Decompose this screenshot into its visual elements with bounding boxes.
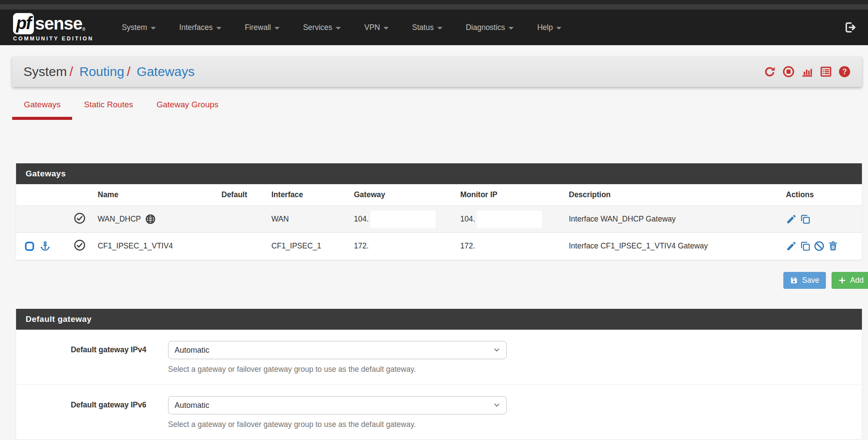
- gateway-interface: CF1_IPSEC_1: [263, 233, 345, 260]
- gateway-interface: WAN: [263, 206, 345, 233]
- col-status: [65, 184, 89, 206]
- globe-icon: [145, 214, 156, 225]
- default-gateway-ipv6-select[interactable]: Automatic: [168, 396, 507, 414]
- col-description: Description: [560, 184, 777, 206]
- window-title-strip: [0, 4, 868, 10]
- refresh-icon[interactable]: [764, 66, 776, 78]
- breadcrumb-system: System: [23, 64, 67, 79]
- gateway-description: Interface CF1_IPSEC_1_VTIV4 Gateway: [560, 233, 777, 260]
- chevron-down-icon: [383, 27, 389, 30]
- svg-text:?: ?: [842, 67, 847, 76]
- gateway-description: Interface WAN_DHCP Gateway: [560, 206, 777, 233]
- menu-firewall[interactable]: Firewall: [233, 23, 291, 32]
- default-gateway-panel-title: Default gateway: [16, 309, 862, 330]
- bar-chart-icon[interactable]: [801, 66, 813, 78]
- menu-services[interactable]: Services: [291, 23, 353, 32]
- menu-interfaces-label: Interfaces: [179, 23, 213, 32]
- menu-help-label: Help: [537, 23, 553, 32]
- breadcrumb-separator: /: [67, 64, 76, 79]
- brand-mark: pf: [16, 13, 31, 33]
- stop-circle-icon[interactable]: [782, 66, 795, 78]
- gateways-table: Name Default Interface Gateway Monitor I…: [16, 184, 862, 260]
- tab-static-routes[interactable]: Static Routes: [72, 100, 145, 120]
- breadcrumb: System/ Routing/ Gateways: [23, 64, 195, 79]
- gateway-name: CF1_IPSEC_1_VTIV4: [89, 233, 213, 260]
- menu-system-label: System: [122, 23, 147, 32]
- save-button[interactable]: Save: [783, 272, 826, 289]
- col-interface: Interface: [263, 184, 345, 206]
- button-row: Save Add: [16, 272, 868, 289]
- default-gateway-panel: Default gateway Default gateway IPv4 Aut…: [16, 309, 862, 440]
- table-row: WAN_DHCP WAN 104. 104. Interface WAN_DHC…: [16, 206, 862, 233]
- window-top-strip: [0, 0, 868, 4]
- menu-services-label: Services: [303, 23, 332, 32]
- gateway-name: WAN_DHCP: [98, 215, 141, 224]
- default-gateway-ipv4-select[interactable]: Automatic: [168, 341, 507, 359]
- breadcrumb-routing-link[interactable]: Routing: [79, 64, 124, 79]
- tab-gateway-groups[interactable]: Gateway Groups: [145, 100, 230, 120]
- menu-firewall-label: Firewall: [245, 23, 271, 32]
- save-button-label: Save: [802, 276, 819, 285]
- breadcrumb-separator: /: [124, 64, 133, 79]
- add-button-label: Add: [850, 276, 864, 285]
- table-header-row: Name Default Interface Gateway Monitor I…: [16, 184, 862, 206]
- menu-status[interactable]: Status: [400, 23, 454, 32]
- pfsense-logo[interactable]: pf sense ® COMMUNITY EDITION: [13, 13, 93, 42]
- redaction-box: [477, 211, 542, 228]
- col-actions: Actions: [777, 184, 862, 206]
- plus-icon: [838, 276, 846, 285]
- chevron-down-icon: [274, 27, 280, 30]
- copy-icon[interactable]: [800, 241, 811, 251]
- breadcrumb-gateways-link[interactable]: Gateways: [137, 64, 195, 79]
- anchor-icon: [40, 241, 51, 252]
- routing-tabs: Gateways Static Routes Gateway Groups: [12, 100, 862, 120]
- brand-tagline: COMMUNITY EDITION: [13, 36, 93, 42]
- default-gateway-ipv4-label: Default gateway IPv4: [16, 341, 146, 374]
- col-name: Name: [89, 184, 213, 206]
- save-icon: [790, 276, 798, 285]
- square-outline-icon: [24, 241, 35, 252]
- brand-name: sense: [35, 14, 82, 33]
- disable-icon[interactable]: [814, 241, 825, 251]
- default-gateway-ipv4-help: Select a gateway or failover gateway gro…: [168, 365, 507, 374]
- menu-status-label: Status: [412, 23, 434, 32]
- pf-logo-box: pf: [13, 13, 34, 34]
- table-row: CF1_IPSEC_1_VTIV4 CF1_IPSEC_1 172. 172. …: [16, 233, 862, 260]
- help-icon[interactable]: ?: [838, 66, 851, 78]
- tab-gateways[interactable]: Gateways: [12, 100, 72, 120]
- default-gateway-ipv6-label: Default gateway IPv6: [16, 396, 146, 429]
- copy-icon[interactable]: [800, 214, 811, 225]
- menu-vpn-label: VPN: [364, 23, 380, 32]
- menu-help[interactable]: Help: [525, 23, 573, 32]
- form-row-ipv4: Default gateway IPv4 Automatic Select a …: [16, 330, 862, 384]
- add-button[interactable]: Add: [832, 272, 868, 289]
- chevron-down-icon: [216, 27, 221, 30]
- monitor-ip: 104.: [460, 214, 475, 223]
- main-menu: System Interfaces Firewall Services VPN …: [110, 23, 573, 32]
- gateway-address: 104.: [354, 214, 369, 223]
- menu-interfaces[interactable]: Interfaces: [168, 23, 233, 32]
- sign-out-icon[interactable]: [844, 21, 857, 34]
- edit-icon[interactable]: [786, 214, 797, 225]
- chevron-down-icon: [151, 27, 156, 30]
- col-flags: [16, 184, 65, 206]
- menu-diagnostics-label: Diagnostics: [466, 23, 505, 32]
- check-circle-icon: [74, 212, 86, 224]
- check-circle-icon: [74, 239, 86, 251]
- list-icon[interactable]: [820, 66, 832, 78]
- chevron-down-icon: [556, 27, 561, 30]
- delete-icon[interactable]: [828, 241, 838, 251]
- chevron-down-icon: [336, 27, 341, 30]
- edit-icon[interactable]: [786, 241, 797, 251]
- top-navbar: pf sense ® COMMUNITY EDITION System Inte…: [0, 10, 868, 45]
- gateway-address: 172.: [354, 241, 369, 250]
- menu-system[interactable]: System: [110, 23, 167, 32]
- menu-vpn[interactable]: VPN: [353, 23, 400, 32]
- gateways-panel: Gateways Name Default Interface Gateway …: [16, 163, 862, 260]
- menu-diagnostics[interactable]: Diagnostics: [454, 23, 525, 32]
- redaction-box: [477, 238, 542, 255]
- gateways-panel-title: Gateways: [16, 163, 862, 184]
- page-action-icons: ?: [764, 66, 851, 78]
- col-default: Default: [213, 184, 263, 206]
- redaction-box: [370, 211, 436, 228]
